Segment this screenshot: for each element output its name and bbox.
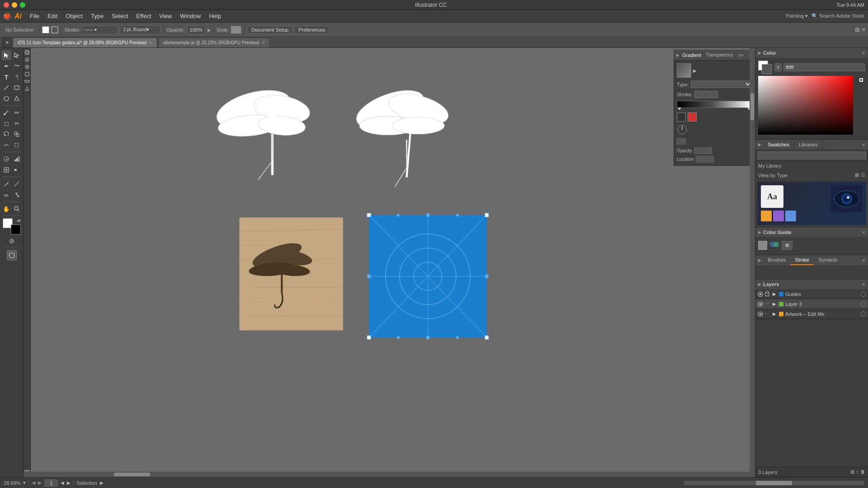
layer-lock-artwork[interactable]: — xyxy=(765,311,771,317)
tab-ios11[interactable]: iOS 11 Icon Template guides.ai* @ 28.68%… xyxy=(13,38,157,47)
gradient-angle-icon[interactable] xyxy=(677,124,688,135)
maximize-button[interactable] xyxy=(20,2,25,8)
scroll-thumb-v[interactable] xyxy=(750,93,754,120)
tab-close-ufish[interactable]: ✕ xyxy=(261,40,265,45)
swatches-close-icon[interactable]: ✕ xyxy=(862,142,865,147)
layer-layer3[interactable]: — ▶ Layer 3 xyxy=(755,299,868,309)
close-button[interactable] xyxy=(4,2,9,8)
gradient-swatch-dark[interactable] xyxy=(677,113,686,122)
layer-expand-artwork[interactable]: ▶ xyxy=(773,311,778,317)
stroke-opt-3[interactable] xyxy=(711,91,718,98)
gradient-tab-active[interactable]: Gradient xyxy=(682,52,701,58)
color-panel-close-icon[interactable]: ✕ xyxy=(862,51,865,56)
magic-wand-tool[interactable] xyxy=(12,190,22,200)
swatches-panel-header[interactable]: ▶ Swatches Libraries ✕ xyxy=(755,140,868,150)
hex-input[interactable] xyxy=(783,63,865,71)
canvas-area[interactable]: ▶ Gradient Transparency >> ✕ ▶ Type: xyxy=(24,48,755,477)
search-stock[interactable]: 🔍 Search Adobe Stock xyxy=(811,13,864,19)
layers-move-up-icon[interactable]: ↑ xyxy=(856,469,859,475)
status-scroll-bar[interactable] xyxy=(684,481,864,485)
minimize-button[interactable] xyxy=(12,2,17,8)
canvas-horizontal-scrollbar[interactable] xyxy=(24,472,755,477)
layer-lock-guides[interactable] xyxy=(765,291,771,297)
apple-logo[interactable]: 🍎 xyxy=(4,13,11,20)
measure-tool[interactable] xyxy=(12,179,22,189)
layer-expand-layer3[interactable]: ▶ xyxy=(773,301,778,307)
strip-btn-3[interactable] xyxy=(24,64,30,70)
stroke-opt-1[interactable] xyxy=(694,91,702,98)
gradient-panel-header[interactable]: ▶ Gradient Transparency >> ✕ xyxy=(674,50,755,61)
strip-btn-4[interactable] xyxy=(24,71,30,77)
select-tool[interactable] xyxy=(1,50,11,60)
cg-swatch-main[interactable] xyxy=(758,241,767,250)
layers-add-icon[interactable]: ⊞ xyxy=(850,469,854,475)
layers-delete-icon[interactable]: 🗑 xyxy=(860,469,865,475)
gradient-stop-left[interactable] xyxy=(678,108,681,110)
page-nav-next[interactable]: ▶ xyxy=(67,480,71,485)
tab-close-ios11[interactable]: ✕ xyxy=(149,40,152,45)
menu-help[interactable]: Help xyxy=(205,11,225,21)
layer-vis-artwork[interactable] xyxy=(757,311,764,317)
blend-tool[interactable]: ∞ xyxy=(1,190,11,200)
layer-vis-guides[interactable] xyxy=(757,291,764,297)
menu-object[interactable]: Object xyxy=(62,11,86,21)
polygon-tool[interactable] xyxy=(12,94,22,103)
stroke-opt-2[interactable] xyxy=(703,91,710,98)
opacity-arrow[interactable]: ▸ xyxy=(208,26,211,33)
eraser-tool[interactable]: ◻ xyxy=(1,118,11,128)
spectrum-cursor[interactable] xyxy=(859,78,863,82)
scissors-tool[interactable]: ✂ xyxy=(12,118,22,128)
hand-tool[interactable]: ✋ xyxy=(1,204,11,214)
color-spectrum[interactable] xyxy=(758,76,853,135)
pencil-tool[interactable]: ✏ xyxy=(12,108,22,117)
rotate-tool[interactable] xyxy=(1,129,11,139)
next-artboard-btn[interactable]: ▶ xyxy=(38,480,42,486)
ellipse-tool[interactable] xyxy=(1,94,11,103)
layer-target-artwork[interactable] xyxy=(861,311,866,317)
fill-swatch[interactable] xyxy=(42,26,49,33)
gradient-panel-expand[interactable]: >> xyxy=(738,52,744,58)
status-scroll-thumb[interactable] xyxy=(756,481,792,485)
gradient-preview-box[interactable] xyxy=(677,63,691,78)
menu-window[interactable]: Window xyxy=(176,11,204,21)
symbol-sprayer-tool[interactable]: ✦ xyxy=(1,154,11,164)
style-swatch[interactable] xyxy=(231,26,241,34)
stroke-dropdown[interactable]: —— ▾ xyxy=(82,25,118,34)
strip-btn-2[interactable] xyxy=(24,57,30,62)
stroke-swatch[interactable] xyxy=(51,26,58,33)
gradient-opacity-input[interactable] xyxy=(694,147,712,154)
warp-tool[interactable] xyxy=(1,140,11,150)
cg-grid-icon[interactable]: ⊞ xyxy=(782,241,793,250)
library-card[interactable]: Aa xyxy=(757,182,866,225)
layer-artwork[interactable]: — ▶ Artwork – Edit Me xyxy=(755,309,868,319)
gradient-aspect-btn[interactable] xyxy=(677,138,686,145)
layers-close-icon[interactable]: ✕ xyxy=(862,282,865,287)
tool-arrow-icon[interactable]: ▶ xyxy=(100,480,104,485)
layer-target-guides[interactable] xyxy=(861,291,866,297)
layers-panel-header[interactable]: ▶ Layers ✕ xyxy=(755,279,868,289)
layer-vis-layer3[interactable] xyxy=(757,301,764,307)
more-icon[interactable]: ≡ xyxy=(862,26,865,33)
line-tool[interactable] xyxy=(1,83,11,93)
preferences-button[interactable]: Preferences xyxy=(294,26,329,34)
gradient-bar[interactable] xyxy=(677,101,752,108)
color-guide-header[interactable]: ▶ Color Guide ✕ xyxy=(755,227,868,237)
tab-ufish[interactable]: ufishexample.ai @ 25.23% (RGB/GPU Previe… xyxy=(158,38,270,47)
document-setup-button[interactable]: Document Setup xyxy=(247,26,292,34)
strip-btn-6[interactable] xyxy=(24,86,30,91)
tab-brushes[interactable]: Brushes xyxy=(763,255,790,265)
stroke-style[interactable]: 3 pt. Round ▾ xyxy=(120,25,160,34)
gradient-tool[interactable] xyxy=(12,165,22,175)
opacity-value[interactable]: 100% xyxy=(187,25,206,34)
bss-close-icon[interactable]: ✕ xyxy=(862,258,865,263)
stroke-color[interactable] xyxy=(11,225,21,235)
grid-view-icon[interactable]: ⊞ xyxy=(855,172,859,178)
menu-select[interactable]: Select xyxy=(108,11,132,21)
zoom-tool[interactable] xyxy=(12,204,22,214)
list-view-icon[interactable]: ☰ xyxy=(861,172,865,178)
free-transform-tool[interactable] xyxy=(12,140,22,150)
scale-tool[interactable] xyxy=(12,129,22,139)
gradient-swatch-red[interactable] xyxy=(688,113,697,122)
tab-symbols[interactable]: Symbols xyxy=(814,255,842,265)
layer-lock-layer3[interactable]: — xyxy=(765,301,771,307)
